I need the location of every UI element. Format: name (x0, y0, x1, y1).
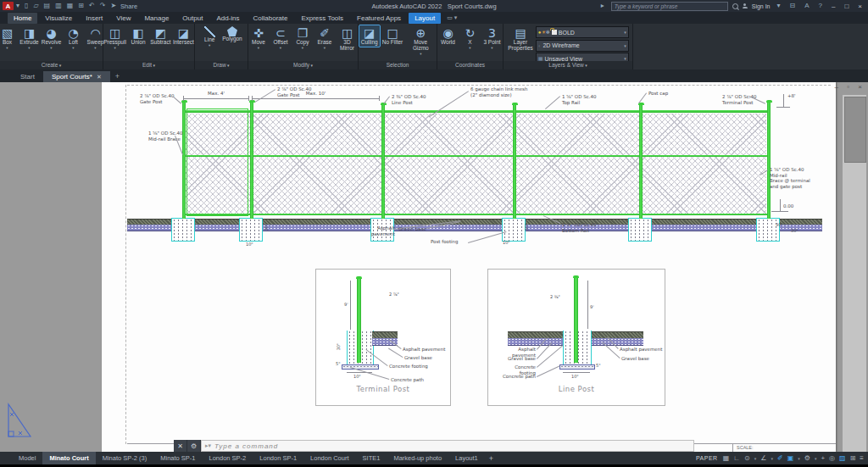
layer-select[interactable]: ●☀✻ BOLD ▾ (536, 26, 629, 38)
close-tab-icon[interactable]: ✕ (97, 71, 102, 82)
line-button[interactable]: Line▾ (199, 25, 220, 47)
ribbon-tab-featured-apps[interactable]: Featured Apps (351, 13, 407, 24)
viewport-window-controls[interactable]: – ▫ × (835, 83, 865, 91)
autocad-logo[interactable]: A (3, 2, 14, 10)
erase-button[interactable]: ✐Erase▾ (314, 25, 335, 50)
ribbon-tab-add-ins[interactable]: Add-ins (210, 13, 245, 24)
snap-mode-icon[interactable]: ∟ (733, 452, 740, 464)
3d-mirror-button[interactable]: ◫3D Mirror (337, 25, 358, 53)
3-point-button[interactable]: 33 Point▾ (482, 25, 503, 50)
sign-in-button[interactable]: Sign In (752, 3, 771, 9)
share-icon[interactable]: ➤ (110, 2, 116, 9)
app-store-cart-icon[interactable]: ⊟ (790, 0, 796, 12)
ribbon-tab-insert[interactable]: Insert (80, 13, 108, 24)
ribbon-tab-layout[interactable]: Layout (409, 13, 441, 24)
culling-button[interactable]: ◪Culling (359, 25, 380, 47)
no-filter-button[interactable]: □No Filter (381, 25, 404, 47)
new-drawing-tab-button[interactable]: + (115, 71, 120, 82)
command-customize-wrench-icon[interactable]: ⚙ (187, 440, 201, 452)
sign-in-caret-icon[interactable]: ▾ (777, 0, 781, 12)
layout-tab-minato-court[interactable]: Minato Court (42, 452, 95, 464)
grid-icon[interactable]: ▦ (723, 452, 730, 464)
box-button[interactable]: ▧Box▾ (0, 25, 18, 50)
search-input[interactable]: Type a keyword or phrase (611, 2, 728, 11)
graphics-performance-icon[interactable]: ▨ (839, 452, 846, 464)
chevron-down-icon[interactable]: ▾ (754, 456, 757, 461)
world-button[interactable]: ◉World (438, 25, 459, 47)
annotation-pencil-icon[interactable]: ✐ (777, 452, 783, 464)
drawing-viewport[interactable]: Max. 4' Max. 10' 2 ⅞" OD Sc.40 Gate Post… (0, 82, 868, 452)
presspull-button[interactable]: ◫Presspull▾ (103, 25, 126, 50)
logo-caret-icon[interactable]: ▾ (16, 0, 19, 12)
help-icon[interactable]: ? (819, 0, 822, 12)
chevron-down-icon[interactable]: ▾ (798, 456, 800, 461)
layout-tab-marked-up-photo[interactable]: Marked-up photo (387, 452, 448, 464)
subtract-button[interactable]: ◩Subtract (150, 25, 171, 47)
ribbon-tab-visualize[interactable]: Visualize (39, 13, 78, 24)
close-button[interactable]: × (858, 3, 862, 10)
revolve-button[interactable]: ◕Revolve▾ (42, 25, 62, 50)
vertical-scrollbar[interactable] (843, 95, 866, 452)
sign-in-avatar-icon[interactable] (743, 3, 748, 8)
scrollbar-thumb[interactable] (844, 97, 866, 163)
layout-tab-model[interactable]: Model (12, 452, 42, 464)
workspace-gear-icon[interactable]: ⚙ (804, 452, 810, 464)
share-button[interactable]: Share (120, 3, 137, 10)
panel-label-selection[interactable]: Selection (359, 61, 437, 69)
clean-screen-icon[interactable]: ⊞ (850, 452, 856, 464)
search-icon[interactable] (732, 3, 738, 9)
panel-label-edit[interactable]: Edit (103, 61, 194, 69)
layout-tab-layout1[interactable]: Layout1 (448, 452, 485, 464)
customization-menu-icon[interactable]: ≡ (860, 452, 864, 464)
layout-tab-london-court[interactable]: London Court (303, 452, 355, 464)
minimize-button[interactable]: – (832, 3, 835, 10)
ribbon-tab-express-tools[interactable]: Express Tools (295, 13, 349, 24)
panel-label-coordinates[interactable]: Coordinates (437, 61, 503, 69)
autodesk-account-icon[interactable]: A (804, 0, 809, 12)
offset-button[interactable]: ⊂Offset▾ (270, 25, 291, 50)
copy-button[interactable]: ❐Copy▾ (292, 25, 313, 50)
panel-label-layers-view[interactable]: Layers & View (504, 61, 632, 69)
maximize-button[interactable]: □ (844, 3, 849, 10)
panel-label-create[interactable]: Create (0, 61, 103, 69)
visual-style-select[interactable]: ◐ 2D Wireframe ▾ (536, 40, 629, 52)
search-expand-icon[interactable]: ▸ (601, 0, 604, 12)
crosshair-icon[interactable]: + (821, 452, 825, 464)
command-close-icon[interactable]: ✕ (174, 440, 187, 452)
extrude-button[interactable]: ◨Extrude▾ (19, 25, 40, 50)
chevron-down-icon[interactable]: ▾ (815, 456, 817, 461)
file-tab-sport-courts[interactable]: Sport Courts*✕ (43, 71, 110, 82)
layout-tab-minato-sp-1[interactable]: Minato SP-1 (153, 452, 202, 464)
polygon-button[interactable]: Polygon (221, 25, 243, 43)
plot-icon[interactable]: ▦ (67, 2, 74, 9)
loft-button[interactable]: ◔Loft▾ (64, 25, 84, 50)
layout-tab-london-sp-2[interactable]: London SP-2 (203, 452, 253, 464)
new-file-icon[interactable]: ▯ (25, 2, 28, 9)
object-snap-icon[interactable]: ∠ (760, 452, 766, 464)
panel-label-modify[interactable]: Modify (248, 61, 358, 69)
print-icon[interactable]: ⊞ (78, 2, 84, 9)
save-icon[interactable]: ▤ (44, 2, 51, 9)
move-button[interactable]: ✜Move▾ (248, 25, 269, 50)
osnap-square-icon[interactable]: ▣ (787, 452, 794, 464)
move-gizmo-button[interactable]: ⊕Move Gizmo▾ (405, 25, 436, 56)
open-folder-icon[interactable]: ▱ (33, 2, 38, 9)
union-button[interactable]: ◧Union (128, 25, 148, 47)
command-input[interactable]: ▸▾ Type a command (201, 440, 694, 452)
ribbon-display-toggle-icon[interactable]: ▭ ▾ (447, 14, 457, 21)
ribbon-tab-manage[interactable]: Manage (138, 13, 175, 24)
undo-icon[interactable]: ↶ (89, 2, 95, 9)
redo-icon[interactable]: ↷ (100, 2, 106, 9)
chevron-down-icon[interactable]: ▾ (771, 456, 773, 461)
intersect-button[interactable]: ◪Intersect (173, 25, 194, 47)
layer-properties-button[interactable]: ▤ Layer Properties (507, 25, 534, 53)
x-button[interactable]: ↻X▾ (460, 25, 481, 50)
sweep-button[interactable]: ◠Sweep▾ (86, 25, 106, 50)
polar-tracking-icon[interactable]: ⊙ (744, 452, 750, 464)
ribbon-tab-output[interactable]: Output (176, 13, 209, 24)
ribbon-tab-view[interactable]: View (110, 13, 136, 24)
layout-tab-minato-sp-2-3[interactable]: Minato SP-2 (3) (96, 452, 154, 464)
isolate-objects-icon[interactable]: ◎ (829, 452, 835, 464)
panel-label-draw[interactable]: Draw (195, 61, 248, 69)
ribbon-tab-home[interactable]: Home (8, 13, 37, 24)
